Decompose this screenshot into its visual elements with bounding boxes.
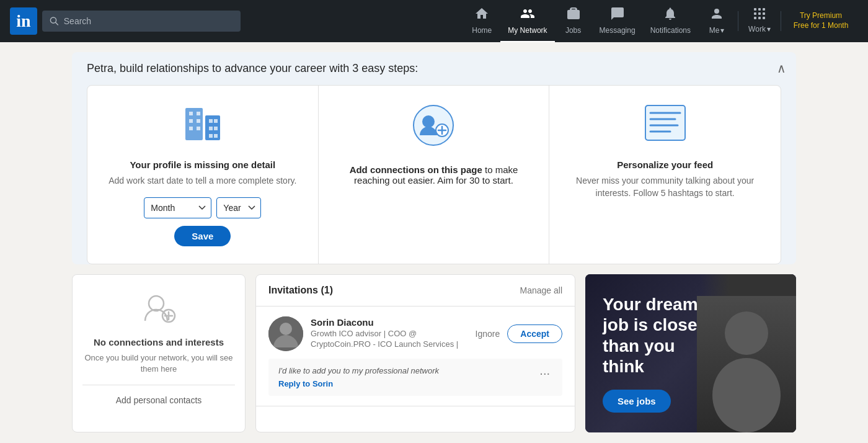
ad-image: Your dream job is closer than you think …	[585, 274, 796, 432]
left-panel-divider	[82, 385, 235, 385]
feed-card-subtitle: Never miss your community talking about …	[564, 175, 766, 199]
svg-rect-6	[754, 12, 756, 15]
sidebar-item-jobs[interactable]: Jobs	[555, 0, 592, 42]
invitation-item: Sorin Diaconu Growth ICO advisor | COO @…	[256, 307, 575, 406]
main-content: Petra, build relationships to advance yo…	[62, 42, 806, 442]
left-panel: No connections and interests Once you bu…	[72, 274, 246, 432]
profile-step-card: Your profile is missing one detail Add w…	[87, 86, 319, 264]
manage-all-link[interactable]: Manage all	[520, 285, 563, 295]
feed-card-title: Personalize your feed	[617, 159, 713, 170]
invitation-message-content: I'd like to add you to my professional n…	[278, 366, 439, 388]
svg-rect-8	[763, 12, 765, 15]
invitee-role: Growth ICO advisor | COO @ CryptoCoin.PR…	[311, 329, 468, 350]
feed-step-card: Personalize your feed Never miss your co…	[549, 86, 781, 264]
see-jobs-button[interactable]: See jobs	[603, 390, 671, 413]
sidebar-item-messaging[interactable]: Messaging	[592, 0, 643, 42]
notifications-label: Notifications	[650, 26, 691, 35]
sidebar-item-work[interactable]: Work ▾	[741, 0, 778, 42]
invitations-panel: Invitations (1) Manage all Sorin Diaconu	[255, 274, 575, 432]
svg-point-2	[714, 9, 719, 14]
svg-rect-17	[197, 119, 200, 123]
work-grid-icon	[753, 7, 766, 24]
save-button[interactable]: Save	[174, 226, 231, 246]
banner-collapse-button[interactable]: ∧	[777, 61, 786, 76]
my-network-icon	[520, 6, 535, 25]
svg-rect-3	[754, 8, 756, 11]
accept-button[interactable]: Accept	[507, 324, 562, 343]
jobs-icon	[566, 6, 581, 25]
svg-rect-7	[758, 12, 761, 15]
me-icon	[709, 6, 724, 25]
connections-step-card: Add connections on this page to make rea…	[319, 86, 550, 264]
ad-person-image	[701, 274, 796, 432]
message-text: I'd like to add you to my professional n…	[278, 366, 439, 375]
svg-rect-23	[214, 127, 218, 130]
me-label: Me ▾	[709, 26, 725, 35]
svg-rect-10	[758, 17, 761, 19]
connections-icon	[411, 103, 456, 154]
svg-rect-11	[763, 17, 765, 19]
date-dropdowns: Month JanuaryFebruaryMarch AprilMayJune …	[144, 197, 261, 218]
steps-cards: Your profile is missing one detail Add w…	[87, 85, 781, 264]
bottom-section: No connections and interests Once you bu…	[72, 274, 796, 432]
invitations-title: Invitations (1)	[268, 285, 333, 296]
premium-button[interactable]: Try Premium Free for 1 Month	[784, 11, 858, 30]
svg-point-36	[149, 296, 164, 311]
svg-rect-18	[189, 127, 193, 130]
navbar: in Home My Network Jobs	[0, 0, 868, 42]
search-input[interactable]	[64, 16, 233, 26]
sidebar-item-home[interactable]: Home	[463, 0, 500, 42]
year-select[interactable]: Year 202420232022 202120202019 201820172…	[216, 197, 261, 218]
navbar-nav: Home My Network Jobs Messaging	[463, 0, 858, 42]
sidebar-item-me[interactable]: Me ▾	[698, 0, 735, 42]
invitation-message: I'd like to add you to my professional n…	[268, 359, 562, 396]
invitation-top: Sorin Diaconu Growth ICO advisor | COO @…	[268, 316, 562, 351]
svg-point-27	[422, 115, 435, 128]
connections-card-title: Add connections on this page to make rea…	[334, 164, 534, 186]
no-connections-subtitle: Once you build your network, you will se…	[82, 352, 235, 375]
reply-link[interactable]: Reply to Sorin	[278, 379, 439, 388]
more-options-button[interactable]: ···	[537, 366, 552, 380]
svg-rect-9	[754, 17, 756, 19]
invitee-info: Sorin Diaconu Growth ICO advisor | COO @…	[311, 317, 468, 350]
invitee-name: Sorin Diaconu	[311, 317, 468, 328]
avatar	[268, 316, 303, 351]
work-label: Work ▾	[748, 25, 771, 34]
linkedin-logo[interactable]: in	[10, 7, 37, 35]
search-bar[interactable]	[42, 11, 241, 32]
svg-rect-20	[209, 119, 213, 123]
svg-rect-14	[189, 112, 193, 115]
home-icon	[474, 6, 489, 25]
connections-card-title-bold: Add connections on this page	[350, 164, 482, 175]
svg-point-44	[712, 358, 781, 432]
svg-rect-19	[197, 127, 200, 130]
profile-card-title: Your profile is missing one detail	[130, 159, 275, 170]
svg-point-41	[280, 323, 292, 335]
sidebar-item-my-network[interactable]: My Network	[500, 0, 554, 42]
nav-divider-2	[781, 11, 781, 31]
add-contacts-link[interactable]: Add personal contacts	[82, 395, 235, 405]
invitation-actions: Ignore Accept	[476, 324, 562, 343]
ad-panel: Your dream job is closer than you think …	[585, 274, 796, 432]
building-icon	[183, 103, 223, 150]
messaging-label: Messaging	[600, 26, 636, 35]
svg-rect-22	[209, 127, 213, 130]
svg-rect-4	[758, 8, 761, 11]
sidebar-item-notifications[interactable]: Notifications	[643, 0, 698, 42]
no-connections-icon	[139, 290, 179, 329]
search-icon	[50, 16, 59, 26]
month-select[interactable]: Month JanuaryFebruaryMarch AprilMayJune …	[144, 197, 211, 218]
ignore-button[interactable]: Ignore	[476, 329, 500, 339]
nav-divider	[738, 11, 738, 31]
svg-rect-24	[209, 134, 213, 138]
svg-rect-21	[214, 119, 218, 123]
svg-rect-31	[645, 105, 685, 140]
jobs-label: Jobs	[565, 26, 581, 35]
svg-rect-15	[197, 112, 200, 115]
svg-rect-25	[214, 134, 218, 138]
career-banner: Petra, build relationships to advance yo…	[72, 52, 796, 264]
svg-line-1	[56, 22, 58, 25]
my-network-label: My Network	[508, 26, 547, 35]
ad-text: Your dream job is closer than you think	[603, 294, 708, 377]
invitations-header: Invitations (1) Manage all	[256, 275, 575, 307]
